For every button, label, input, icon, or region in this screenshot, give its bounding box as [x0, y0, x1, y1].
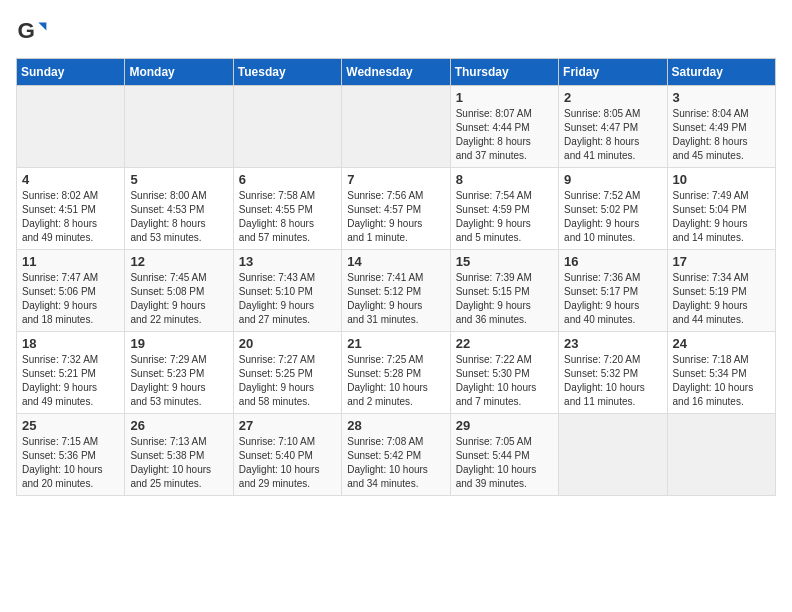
day-number: 15 — [456, 254, 553, 269]
week-row-5: 25Sunrise: 7:15 AM Sunset: 5:36 PM Dayli… — [17, 414, 776, 496]
day-info: Sunrise: 7:05 AM Sunset: 5:44 PM Dayligh… — [456, 435, 553, 491]
day-number: 27 — [239, 418, 336, 433]
day-info: Sunrise: 7:56 AM Sunset: 4:57 PM Dayligh… — [347, 189, 444, 245]
day-number: 17 — [673, 254, 770, 269]
day-number: 18 — [22, 336, 119, 351]
day-number: 19 — [130, 336, 227, 351]
header-row: SundayMondayTuesdayWednesdayThursdayFrid… — [17, 59, 776, 86]
day-cell: 28Sunrise: 7:08 AM Sunset: 5:42 PM Dayli… — [342, 414, 450, 496]
day-cell: 8Sunrise: 7:54 AM Sunset: 4:59 PM Daylig… — [450, 168, 558, 250]
day-info: Sunrise: 7:29 AM Sunset: 5:23 PM Dayligh… — [130, 353, 227, 409]
day-cell: 18Sunrise: 7:32 AM Sunset: 5:21 PM Dayli… — [17, 332, 125, 414]
day-cell: 17Sunrise: 7:34 AM Sunset: 5:19 PM Dayli… — [667, 250, 775, 332]
day-cell: 7Sunrise: 7:56 AM Sunset: 4:57 PM Daylig… — [342, 168, 450, 250]
svg-text:G: G — [18, 18, 35, 43]
day-number: 29 — [456, 418, 553, 433]
column-header-saturday: Saturday — [667, 59, 775, 86]
day-cell — [125, 86, 233, 168]
day-cell: 23Sunrise: 7:20 AM Sunset: 5:32 PM Dayli… — [559, 332, 667, 414]
day-cell: 2Sunrise: 8:05 AM Sunset: 4:47 PM Daylig… — [559, 86, 667, 168]
day-cell — [17, 86, 125, 168]
day-info: Sunrise: 7:41 AM Sunset: 5:12 PM Dayligh… — [347, 271, 444, 327]
day-info: Sunrise: 7:27 AM Sunset: 5:25 PM Dayligh… — [239, 353, 336, 409]
column-header-tuesday: Tuesday — [233, 59, 341, 86]
day-cell — [233, 86, 341, 168]
day-number: 3 — [673, 90, 770, 105]
day-number: 4 — [22, 172, 119, 187]
column-header-wednesday: Wednesday — [342, 59, 450, 86]
day-number: 23 — [564, 336, 661, 351]
day-cell: 25Sunrise: 7:15 AM Sunset: 5:36 PM Dayli… — [17, 414, 125, 496]
day-cell: 10Sunrise: 7:49 AM Sunset: 5:04 PM Dayli… — [667, 168, 775, 250]
week-row-1: 1Sunrise: 8:07 AM Sunset: 4:44 PM Daylig… — [17, 86, 776, 168]
day-cell: 21Sunrise: 7:25 AM Sunset: 5:28 PM Dayli… — [342, 332, 450, 414]
day-number: 24 — [673, 336, 770, 351]
day-number: 25 — [22, 418, 119, 433]
day-info: Sunrise: 8:05 AM Sunset: 4:47 PM Dayligh… — [564, 107, 661, 163]
day-info: Sunrise: 7:08 AM Sunset: 5:42 PM Dayligh… — [347, 435, 444, 491]
day-number: 16 — [564, 254, 661, 269]
day-cell: 5Sunrise: 8:00 AM Sunset: 4:53 PM Daylig… — [125, 168, 233, 250]
day-number: 14 — [347, 254, 444, 269]
day-cell: 11Sunrise: 7:47 AM Sunset: 5:06 PM Dayli… — [17, 250, 125, 332]
day-number: 1 — [456, 90, 553, 105]
day-number: 28 — [347, 418, 444, 433]
day-number: 13 — [239, 254, 336, 269]
day-info: Sunrise: 7:49 AM Sunset: 5:04 PM Dayligh… — [673, 189, 770, 245]
day-info: Sunrise: 7:10 AM Sunset: 5:40 PM Dayligh… — [239, 435, 336, 491]
day-number: 11 — [22, 254, 119, 269]
day-cell: 27Sunrise: 7:10 AM Sunset: 5:40 PM Dayli… — [233, 414, 341, 496]
day-info: Sunrise: 8:07 AM Sunset: 4:44 PM Dayligh… — [456, 107, 553, 163]
day-info: Sunrise: 7:52 AM Sunset: 5:02 PM Dayligh… — [564, 189, 661, 245]
day-cell — [342, 86, 450, 168]
day-info: Sunrise: 7:13 AM Sunset: 5:38 PM Dayligh… — [130, 435, 227, 491]
day-cell: 9Sunrise: 7:52 AM Sunset: 5:02 PM Daylig… — [559, 168, 667, 250]
day-number: 8 — [456, 172, 553, 187]
day-number: 5 — [130, 172, 227, 187]
day-number: 6 — [239, 172, 336, 187]
day-number: 2 — [564, 90, 661, 105]
day-cell: 24Sunrise: 7:18 AM Sunset: 5:34 PM Dayli… — [667, 332, 775, 414]
day-info: Sunrise: 7:25 AM Sunset: 5:28 PM Dayligh… — [347, 353, 444, 409]
day-cell: 14Sunrise: 7:41 AM Sunset: 5:12 PM Dayli… — [342, 250, 450, 332]
column-header-sunday: Sunday — [17, 59, 125, 86]
day-cell: 1Sunrise: 8:07 AM Sunset: 4:44 PM Daylig… — [450, 86, 558, 168]
day-info: Sunrise: 7:58 AM Sunset: 4:55 PM Dayligh… — [239, 189, 336, 245]
day-info: Sunrise: 7:45 AM Sunset: 5:08 PM Dayligh… — [130, 271, 227, 327]
day-info: Sunrise: 7:20 AM Sunset: 5:32 PM Dayligh… — [564, 353, 661, 409]
day-info: Sunrise: 7:47 AM Sunset: 5:06 PM Dayligh… — [22, 271, 119, 327]
day-number: 20 — [239, 336, 336, 351]
calendar-table: SundayMondayTuesdayWednesdayThursdayFrid… — [16, 58, 776, 496]
week-row-3: 11Sunrise: 7:47 AM Sunset: 5:06 PM Dayli… — [17, 250, 776, 332]
page-header: G — [16, 16, 776, 48]
day-info: Sunrise: 8:00 AM Sunset: 4:53 PM Dayligh… — [130, 189, 227, 245]
day-info: Sunrise: 7:34 AM Sunset: 5:19 PM Dayligh… — [673, 271, 770, 327]
day-number: 9 — [564, 172, 661, 187]
day-cell — [559, 414, 667, 496]
column-header-friday: Friday — [559, 59, 667, 86]
day-cell — [667, 414, 775, 496]
day-number: 26 — [130, 418, 227, 433]
column-header-thursday: Thursday — [450, 59, 558, 86]
column-header-monday: Monday — [125, 59, 233, 86]
day-number: 21 — [347, 336, 444, 351]
day-info: Sunrise: 7:43 AM Sunset: 5:10 PM Dayligh… — [239, 271, 336, 327]
day-info: Sunrise: 7:22 AM Sunset: 5:30 PM Dayligh… — [456, 353, 553, 409]
day-info: Sunrise: 7:39 AM Sunset: 5:15 PM Dayligh… — [456, 271, 553, 327]
day-cell: 6Sunrise: 7:58 AM Sunset: 4:55 PM Daylig… — [233, 168, 341, 250]
day-cell: 13Sunrise: 7:43 AM Sunset: 5:10 PM Dayli… — [233, 250, 341, 332]
day-info: Sunrise: 7:32 AM Sunset: 5:21 PM Dayligh… — [22, 353, 119, 409]
day-cell: 16Sunrise: 7:36 AM Sunset: 5:17 PM Dayli… — [559, 250, 667, 332]
day-cell: 3Sunrise: 8:04 AM Sunset: 4:49 PM Daylig… — [667, 86, 775, 168]
day-info: Sunrise: 8:02 AM Sunset: 4:51 PM Dayligh… — [22, 189, 119, 245]
day-number: 7 — [347, 172, 444, 187]
day-cell: 29Sunrise: 7:05 AM Sunset: 5:44 PM Dayli… — [450, 414, 558, 496]
week-row-4: 18Sunrise: 7:32 AM Sunset: 5:21 PM Dayli… — [17, 332, 776, 414]
day-number: 22 — [456, 336, 553, 351]
day-info: Sunrise: 7:54 AM Sunset: 4:59 PM Dayligh… — [456, 189, 553, 245]
day-cell: 20Sunrise: 7:27 AM Sunset: 5:25 PM Dayli… — [233, 332, 341, 414]
svg-marker-1 — [38, 22, 46, 30]
day-info: Sunrise: 8:04 AM Sunset: 4:49 PM Dayligh… — [673, 107, 770, 163]
day-cell: 4Sunrise: 8:02 AM Sunset: 4:51 PM Daylig… — [17, 168, 125, 250]
day-cell: 26Sunrise: 7:13 AM Sunset: 5:38 PM Dayli… — [125, 414, 233, 496]
